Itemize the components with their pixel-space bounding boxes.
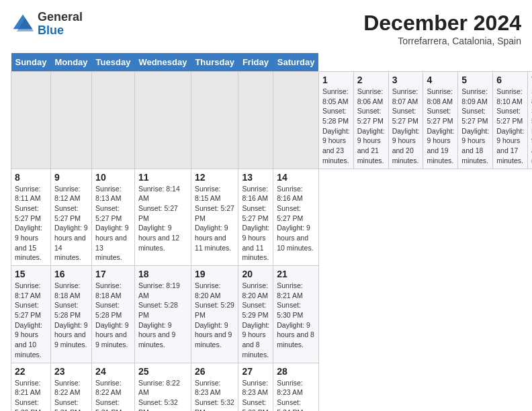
title-block: December 2024 Torrefarrera, Catalonia, S… [363, 11, 521, 46]
logo-general: General [38, 10, 83, 24]
day-number: 3 [392, 75, 420, 85]
logo-icon [11, 12, 35, 36]
day-info: Sunrise: 8:19 AM Sunset: 5:28 PM Dayligh… [138, 281, 187, 350]
day-info: Sunrise: 8:23 AM Sunset: 5:33 PM Dayligh… [242, 378, 269, 412]
logo-blue: Blue [38, 24, 64, 37]
day-info: Sunrise: 8:11 AM Sunset: 5:27 PM Dayligh… [15, 184, 47, 263]
calendar-day-cell: 8 Sunrise: 8:11 AM Sunset: 5:27 PM Dayli… [11, 169, 51, 266]
day-info: Sunrise: 8:12 AM Sunset: 5:27 PM Dayligh… [54, 184, 88, 263]
month-title: December 2024 [363, 11, 521, 36]
calendar-header-row: SundayMondayTuesdayWednesdayThursdayFrid… [11, 53, 533, 72]
calendar-day-cell: 23 Sunrise: 8:22 AM Sunset: 5:31 PM Dayl… [50, 363, 91, 411]
calendar-day-cell [50, 72, 91, 169]
day-of-week-header: Sunday [11, 53, 51, 72]
calendar-week-row: 8 Sunrise: 8:11 AM Sunset: 5:27 PM Dayli… [11, 169, 533, 266]
day-of-week-header: Friday [238, 53, 273, 72]
day-number: 26 [195, 366, 235, 377]
calendar-table: SundayMondayTuesdayWednesdayThursdayFrid… [11, 53, 532, 411]
day-info: Sunrise: 8:23 AM Sunset: 5:32 PM Dayligh… [195, 378, 235, 412]
calendar-day-cell: 22 Sunrise: 8:21 AM Sunset: 5:30 PM Dayl… [11, 363, 51, 411]
day-info: Sunrise: 8:08 AM Sunset: 5:27 PM Dayligh… [427, 87, 454, 166]
day-of-week-header: Tuesday [92, 53, 135, 72]
calendar-day-cell: 14 Sunrise: 8:16 AM Sunset: 5:27 PM Dayl… [273, 169, 319, 266]
calendar-day-cell: 28 Sunrise: 8:23 AM Sunset: 5:34 PM Dayl… [273, 363, 319, 411]
calendar-day-cell: 26 Sunrise: 8:23 AM Sunset: 5:32 PM Dayl… [191, 363, 238, 411]
day-info: Sunrise: 8:23 AM Sunset: 5:34 PM Dayligh… [277, 378, 315, 412]
day-info: Sunrise: 8:18 AM Sunset: 5:28 PM Dayligh… [95, 281, 131, 350]
day-number: 1 [322, 75, 350, 85]
day-info: Sunrise: 8:05 AM Sunset: 5:28 PM Dayligh… [322, 87, 350, 166]
day-number: 22 [15, 366, 47, 377]
day-info: Sunrise: 8:10 AM Sunset: 5:27 PM Dayligh… [496, 87, 524, 166]
day-info: Sunrise: 8:09 AM Sunset: 5:27 PM Dayligh… [461, 87, 489, 166]
day-number: 15 [15, 269, 47, 279]
day-info: Sunrise: 8:15 AM Sunset: 5:27 PM Dayligh… [195, 184, 235, 253]
day-number: 6 [496, 75, 524, 85]
calendar-day-cell: 5 Sunrise: 8:09 AM Sunset: 5:27 PM Dayli… [458, 72, 493, 169]
logo: General Blue [11, 11, 83, 38]
day-info: Sunrise: 8:20 AM Sunset: 5:29 PM Dayligh… [242, 281, 269, 360]
day-of-week-header: Wednesday [134, 53, 191, 72]
day-number: 10 [95, 172, 131, 183]
day-info: Sunrise: 8:06 AM Sunset: 5:27 PM Dayligh… [357, 87, 385, 166]
calendar-day-cell: 9 Sunrise: 8:12 AM Sunset: 5:27 PM Dayli… [50, 169, 91, 266]
day-number: 11 [138, 172, 187, 183]
calendar-day-cell: 7 Sunrise: 8:11 AM Sunset: 5:27 PM Dayli… [528, 72, 532, 169]
calendar-day-cell: 2 Sunrise: 8:06 AM Sunset: 5:27 PM Dayli… [353, 72, 388, 169]
day-info: Sunrise: 8:16 AM Sunset: 5:27 PM Dayligh… [242, 184, 269, 263]
day-number: 21 [277, 269, 315, 279]
calendar-day-cell: 19 Sunrise: 8:20 AM Sunset: 5:29 PM Dayl… [191, 266, 238, 363]
day-number: 12 [195, 172, 235, 183]
day-number: 20 [242, 269, 269, 279]
day-info: Sunrise: 8:14 AM Sunset: 5:27 PM Dayligh… [138, 184, 187, 253]
day-info: Sunrise: 8:17 AM Sunset: 5:27 PM Dayligh… [15, 281, 47, 360]
day-of-week-header: Saturday [273, 53, 319, 72]
day-number: 13 [242, 172, 269, 183]
calendar-day-cell [11, 72, 51, 169]
calendar-day-cell: 17 Sunrise: 8:18 AM Sunset: 5:28 PM Dayl… [92, 266, 135, 363]
calendar-day-cell: 10 Sunrise: 8:13 AM Sunset: 5:27 PM Dayl… [92, 169, 135, 266]
calendar-week-row: 1 Sunrise: 8:05 AM Sunset: 5:28 PM Dayli… [11, 72, 533, 169]
day-number: 16 [54, 269, 88, 279]
calendar-day-cell [191, 72, 238, 169]
logo-text: General Blue [38, 11, 83, 38]
day-info: Sunrise: 8:22 AM Sunset: 5:32 PM Dayligh… [138, 378, 187, 412]
calendar-day-cell: 13 Sunrise: 8:16 AM Sunset: 5:27 PM Dayl… [238, 169, 273, 266]
header: General Blue December 2024 Torrefarrera,… [11, 11, 521, 46]
day-number: 14 [277, 172, 315, 183]
day-info: Sunrise: 8:22 AM Sunset: 5:31 PM Dayligh… [54, 378, 88, 412]
day-number: 27 [242, 366, 269, 377]
day-number: 23 [54, 366, 88, 377]
calendar-day-cell: 18 Sunrise: 8:19 AM Sunset: 5:28 PM Dayl… [134, 266, 191, 363]
day-number: 19 [195, 269, 235, 279]
calendar-day-cell: 3 Sunrise: 8:07 AM Sunset: 5:27 PM Dayli… [388, 72, 423, 169]
day-number: 17 [95, 269, 131, 279]
calendar-day-cell: 15 Sunrise: 8:17 AM Sunset: 5:27 PM Dayl… [11, 266, 51, 363]
day-info: Sunrise: 8:18 AM Sunset: 5:28 PM Dayligh… [54, 281, 88, 350]
calendar-day-cell [273, 72, 319, 169]
calendar-body: 1 Sunrise: 8:05 AM Sunset: 5:28 PM Dayli… [11, 72, 533, 412]
day-of-week-header: Thursday [191, 53, 238, 72]
calendar-week-row: 15 Sunrise: 8:17 AM Sunset: 5:27 PM Dayl… [11, 266, 533, 363]
calendar-day-cell: 27 Sunrise: 8:23 AM Sunset: 5:33 PM Dayl… [238, 363, 273, 411]
day-info: Sunrise: 8:21 AM Sunset: 5:30 PM Dayligh… [277, 281, 315, 350]
calendar-day-cell: 12 Sunrise: 8:15 AM Sunset: 5:27 PM Dayl… [191, 169, 238, 266]
day-info: Sunrise: 8:16 AM Sunset: 5:27 PM Dayligh… [277, 184, 315, 253]
day-info: Sunrise: 8:07 AM Sunset: 5:27 PM Dayligh… [392, 87, 420, 166]
day-number: 2 [357, 75, 385, 85]
calendar-day-cell: 4 Sunrise: 8:08 AM Sunset: 5:27 PM Dayli… [423, 72, 458, 169]
day-number: 28 [277, 366, 315, 377]
day-number: 25 [138, 366, 187, 377]
day-number: 8 [15, 172, 47, 183]
day-number: 5 [461, 75, 489, 85]
day-number: 24 [95, 366, 131, 377]
calendar-day-cell: 25 Sunrise: 8:22 AM Sunset: 5:32 PM Dayl… [134, 363, 191, 411]
calendar-day-cell [134, 72, 191, 169]
calendar-day-cell: 20 Sunrise: 8:20 AM Sunset: 5:29 PM Dayl… [238, 266, 273, 363]
calendar-day-cell: 1 Sunrise: 8:05 AM Sunset: 5:28 PM Dayli… [318, 72, 353, 169]
calendar-day-cell: 21 Sunrise: 8:21 AM Sunset: 5:30 PM Dayl… [273, 266, 319, 363]
calendar-day-cell: 16 Sunrise: 8:18 AM Sunset: 5:28 PM Dayl… [50, 266, 91, 363]
day-number: 18 [138, 269, 187, 279]
calendar-day-cell: 24 Sunrise: 8:22 AM Sunset: 5:31 PM Dayl… [92, 363, 135, 411]
day-number: 4 [427, 75, 454, 85]
